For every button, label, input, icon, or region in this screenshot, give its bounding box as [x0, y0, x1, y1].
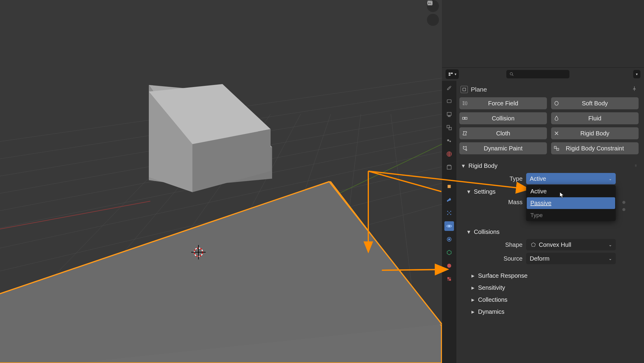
search-input[interactable]: [506, 70, 569, 78]
svg-rect-49: [447, 112, 451, 115]
tab-world[interactable]: [444, 149, 454, 159]
svg-point-59: [450, 211, 451, 212]
svg-marker-81: [531, 243, 535, 247]
mesh-icon: [461, 86, 468, 93]
svg-rect-74: [465, 117, 467, 119]
editor-type-button[interactable]: ▾: [446, 69, 459, 79]
physics-force-field-button[interactable]: Force Field: [459, 97, 547, 109]
physics-dynamic-paint-button[interactable]: Dynamic Paint: [459, 142, 547, 154]
collision-icon: [459, 115, 470, 121]
tab-particles[interactable]: [444, 208, 454, 218]
options-button[interactable]: ▾: [633, 70, 640, 78]
label: Rigid Body: [562, 130, 639, 137]
tab-data[interactable]: [444, 248, 454, 257]
svg-point-58: [447, 211, 448, 212]
type-label: Type: [459, 175, 523, 182]
force-field-icon: [459, 100, 470, 106]
keyframe-dot[interactable]: [622, 201, 625, 204]
svg-rect-78: [554, 146, 557, 148]
3d-viewport[interactable]: [0, 0, 442, 363]
shape-value: Convex Hull: [539, 241, 571, 248]
properties-panel: Plane Force Field Soft Body Collision: [456, 81, 644, 363]
label: Rigid Body: [468, 162, 498, 169]
physics-fluid-button[interactable]: Fluid: [551, 112, 639, 124]
section-surface-response-header[interactable]: ▸ Surface Response: [459, 270, 639, 282]
mesh-icon: [530, 242, 537, 247]
grid-view-button[interactable]: [427, 14, 439, 26]
shape-dropdown[interactable]: Convex Hull ⌄: [526, 239, 616, 250]
source-value: Deform: [530, 255, 550, 262]
physics-collision-button[interactable]: Collision: [459, 112, 547, 124]
svg-point-53: [447, 139, 449, 141]
chevron-down-icon: ⌄: [609, 176, 612, 181]
svg-rect-69: [449, 279, 451, 281]
tab-collection[interactable]: [444, 162, 454, 172]
tab-tool[interactable]: [444, 83, 454, 93]
physics-cloth-button[interactable]: Cloth: [459, 127, 547, 139]
properties-tabs: [442, 81, 456, 363]
object-breadcrumb: Plane: [459, 84, 639, 97]
search-icon: [509, 72, 514, 77]
tab-modifiers[interactable]: [444, 195, 454, 204]
physics-rigid-body-constraint-button[interactable]: Rigid Body Constraint: [551, 142, 639, 154]
svg-rect-68: [447, 277, 449, 279]
tab-output[interactable]: [444, 110, 454, 119]
prop-shape-row: Shape Convex Hull ⌄: [459, 238, 639, 252]
tab-render[interactable]: [444, 96, 454, 106]
tab-material[interactable]: [444, 261, 454, 271]
dropdown-item-active[interactable]: Active: [527, 186, 615, 197]
properties-region: ▾ ▾: [442, 0, 644, 363]
properties-header: ▾ ▾: [442, 68, 644, 81]
label: Fluid: [562, 115, 639, 122]
svg-point-77: [466, 150, 467, 150]
pin-icon[interactable]: [631, 86, 637, 93]
label: Surface Response: [478, 272, 528, 279]
section-collections-header[interactable]: ▸ Collections: [459, 294, 639, 306]
label: Soft Body: [562, 100, 639, 107]
constraint-icon: [551, 145, 562, 151]
tab-constraints[interactable]: [444, 234, 454, 244]
svg-rect-44: [451, 73, 453, 74]
tab-physics[interactable]: [444, 221, 454, 231]
chevron-right-icon: ▸: [470, 296, 476, 303]
chevron-down-icon: ▾: [461, 162, 466, 169]
chevron-down-icon: ▾: [466, 228, 471, 235]
keyframe-dot[interactable]: [622, 208, 625, 211]
label: Dynamic Paint: [470, 145, 547, 152]
tab-texture[interactable]: [444, 274, 454, 284]
svg-point-63: [449, 225, 450, 227]
type-dropdown[interactable]: Active ⌄ Active Passive Type: [526, 173, 616, 184]
dynamic-paint-icon: [459, 145, 470, 151]
svg-rect-79: [557, 148, 559, 150]
svg-point-60: [447, 214, 448, 215]
physics-soft-body-button[interactable]: Soft Body: [551, 97, 639, 109]
label: Collisions: [474, 228, 500, 235]
section-collisions-header[interactable]: ▾ Collisions: [459, 226, 639, 238]
tab-object[interactable]: [444, 182, 454, 191]
physics-rigid-body-button[interactable]: Rigid Body: [551, 127, 639, 139]
type-value: Active: [530, 175, 546, 182]
svg-rect-56: [447, 166, 451, 169]
chevron-right-icon: ▸: [470, 308, 476, 315]
source-dropdown[interactable]: Deform ⌄: [526, 253, 616, 264]
type-dropdown-menu: Active Passive Type: [526, 185, 616, 221]
svg-rect-70: [449, 277, 451, 279]
dropdown-footer: Type: [527, 209, 615, 220]
tab-viewlayer[interactable]: [444, 123, 454, 132]
dropdown-item-passive[interactable]: Passive: [527, 197, 615, 209]
chevron-down-icon: ⌄: [609, 256, 612, 261]
source-label: Source: [459, 255, 523, 262]
chevron-down-icon: ⌄: [609, 242, 612, 247]
svg-rect-73: [463, 117, 465, 119]
svg-point-61: [450, 214, 451, 215]
tab-scene[interactable]: [444, 136, 454, 146]
label: Cloth: [470, 130, 547, 137]
section-sensitivity-header[interactable]: ▸ Sensitivity: [459, 282, 639, 294]
chevron-down-icon: ▾: [636, 72, 638, 76]
section-rigid-body-header[interactable]: ▾ Rigid Body ⠿: [459, 160, 639, 172]
chevron-down-icon: ▾: [466, 188, 471, 195]
section-dynamics-header[interactable]: ▸ Dynamics: [459, 306, 639, 318]
prop-type-row: Type Active ⌄ Active Passive Type: [459, 172, 639, 186]
remove-icon: [551, 131, 562, 136]
svg-rect-57: [448, 185, 451, 188]
